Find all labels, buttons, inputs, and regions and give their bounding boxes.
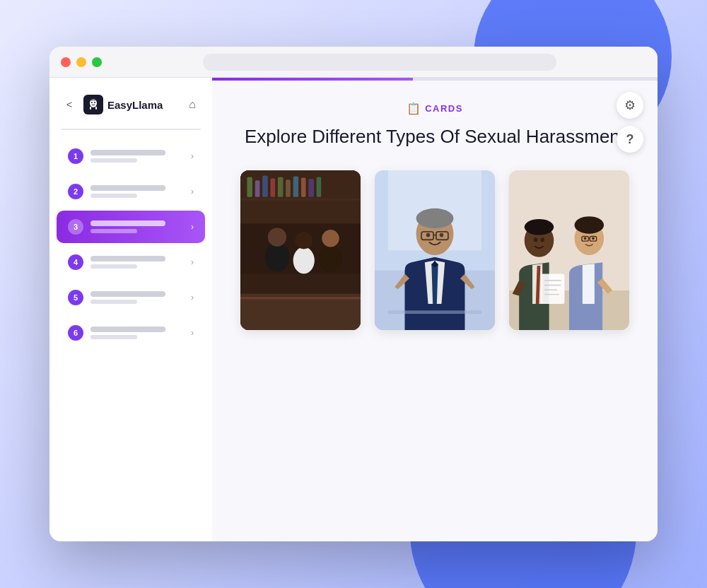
svg-rect-38 (388, 310, 481, 314)
item-line-main-active (90, 220, 165, 226)
traffic-light-minimize[interactable] (76, 57, 86, 67)
settings-button[interactable]: ⚙ (617, 92, 643, 119)
sidebar-item-2[interactable]: 2 › (57, 175, 205, 208)
logo-text: EasyLlama (107, 99, 163, 111)
svg-rect-26 (240, 274, 361, 297)
svg-rect-11 (278, 177, 284, 196)
svg-rect-14 (301, 177, 306, 196)
page-title: Explore Different Types Of Sexual Harass… (245, 125, 625, 149)
svg-rect-12 (286, 180, 291, 197)
svg-point-4 (94, 102, 95, 103)
svg-rect-10 (271, 178, 276, 196)
sidebar-header: < EasyLlama (49, 89, 212, 126)
svg-point-35 (426, 233, 431, 237)
item-number-6: 6 (68, 325, 83, 341)
item-line-sub (90, 194, 137, 198)
card-3[interactable] (509, 170, 629, 331)
item-content-4 (90, 256, 184, 269)
svg-point-19 (268, 228, 286, 246)
svg-point-23 (322, 230, 339, 247)
svg-rect-15 (308, 179, 314, 197)
chevron-icon-6: › (191, 328, 194, 338)
main-content: < EasyLlama (49, 78, 658, 541)
help-button[interactable]: ? (617, 126, 643, 153)
sidebar-item-1[interactable]: 1 › (57, 140, 205, 172)
item-number-2: 2 (68, 184, 83, 199)
item-number-5: 5 (68, 290, 83, 305)
traffic-light-close[interactable] (61, 57, 71, 67)
svg-point-36 (440, 233, 444, 237)
svg-point-31 (416, 208, 454, 228)
back-button[interactable]: < (61, 96, 78, 113)
item-line-main (90, 291, 165, 297)
svg-point-43 (534, 237, 538, 242)
sidebar-item-6[interactable]: 6 › (57, 317, 205, 349)
card-1-image (240, 170, 361, 331)
svg-point-44 (540, 237, 544, 242)
svg-rect-2 (95, 107, 97, 110)
item-line-main (90, 256, 165, 261)
svg-rect-13 (293, 176, 299, 196)
item-number-4: 4 (68, 254, 83, 270)
traffic-lights (61, 57, 102, 67)
title-bar (49, 47, 658, 78)
card-2[interactable] (375, 170, 495, 331)
item-number-1: 1 (68, 148, 83, 164)
item-content-1 (90, 150, 184, 163)
item-line-main (90, 185, 165, 191)
svg-point-42 (525, 219, 554, 235)
item-line-sub (90, 158, 137, 163)
svg-point-3 (91, 102, 93, 103)
item-line-sub-active (90, 229, 137, 233)
svg-rect-17 (240, 198, 361, 200)
card-3-image (509, 170, 629, 331)
item-content-3 (90, 220, 184, 233)
chevron-icon-1: › (191, 151, 194, 161)
chevron-icon-2: › (191, 187, 194, 196)
svg-point-56 (592, 237, 595, 240)
svg-point-21 (295, 232, 312, 249)
svg-rect-45 (541, 274, 564, 304)
progress-bar-fill (212, 78, 413, 81)
home-button[interactable]: ⌂ (184, 96, 201, 113)
svg-point-51 (575, 216, 604, 234)
svg-point-55 (584, 237, 587, 240)
item-number-3: 3 (68, 219, 83, 235)
svg-point-20 (293, 247, 315, 274)
item-line-sub (90, 335, 137, 339)
item-line-sub (90, 300, 137, 304)
svg-rect-9 (262, 175, 268, 196)
sidebar-item-4[interactable]: 4 › (57, 246, 205, 278)
cards-badge: 📋 CARDS (407, 102, 463, 115)
sidebar-divider (61, 129, 201, 130)
cards-label: CARDS (425, 103, 463, 114)
item-line-main (90, 327, 165, 332)
traffic-light-maximize[interactable] (92, 57, 102, 67)
cards-grid (240, 170, 629, 331)
url-bar[interactable] (203, 54, 556, 71)
sidebar: < EasyLlama (49, 78, 212, 541)
card-1[interactable] (240, 170, 361, 331)
svg-point-22 (319, 245, 341, 273)
chevron-icon-4: › (191, 257, 194, 267)
logo-area: EasyLlama (83, 95, 178, 114)
settings-icon: ⚙ (624, 98, 636, 113)
item-line-main (90, 150, 165, 155)
item-line-sub (90, 264, 137, 269)
sidebar-item-5[interactable]: 5 › (57, 281, 205, 314)
svg-rect-7 (247, 177, 252, 196)
svg-rect-6 (240, 170, 361, 224)
svg-rect-1 (90, 107, 91, 110)
svg-rect-8 (255, 180, 260, 197)
svg-rect-16 (317, 177, 322, 196)
progress-bar-container (212, 78, 658, 81)
svg-point-18 (265, 242, 289, 272)
svg-rect-24 (240, 297, 361, 330)
sidebar-item-3[interactable]: 3 › (57, 211, 205, 243)
item-content-2 (90, 185, 184, 198)
chevron-icon-5: › (191, 293, 194, 302)
content-scroll-area[interactable]: 📋 CARDS Explore Different Types Of Sexua… (212, 81, 658, 541)
card-2-image (375, 170, 495, 331)
browser-window: < EasyLlama (49, 47, 658, 541)
badge-icon: 📋 (407, 102, 421, 115)
